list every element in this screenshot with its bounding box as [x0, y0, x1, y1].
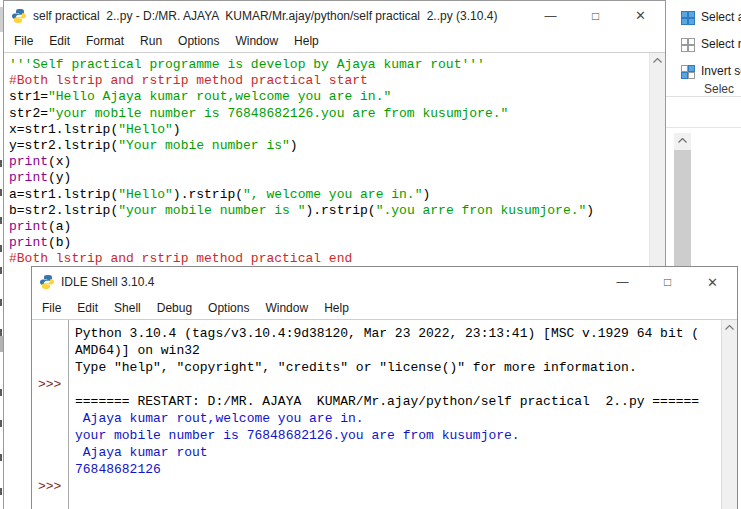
menu-item-window[interactable]: Window — [257, 301, 316, 315]
menu-item-window[interactable]: Window — [227, 34, 286, 48]
shell-prompt-empty — [38, 359, 68, 376]
code-line: '''Self practical programme is develop b… — [9, 57, 665, 73]
background-fragment — [0, 245, 2, 252]
square-glyph — [688, 72, 695, 79]
menu-item-file[interactable]: File — [34, 301, 69, 315]
menu-item-file[interactable]: File — [6, 34, 41, 48]
code-line: str2="your mobile number is 76848682126.… — [9, 106, 665, 122]
shell-output-line: your mobile number is 76848682126.you ar… — [75, 427, 737, 444]
square-glyph — [681, 38, 688, 45]
square-glyph — [681, 18, 688, 25]
shell-scrollbar[interactable] — [721, 320, 737, 509]
minimize-button[interactable]: — — [600, 267, 645, 297]
close-button[interactable]: ✕ — [618, 1, 663, 30]
menu-item-run[interactable]: Run — [132, 34, 170, 48]
code-token: #Both lstrip and rstrip method practical… — [9, 73, 368, 88]
python-icon — [11, 8, 27, 24]
shell-prompt-column: >>> >>> — [32, 320, 69, 509]
close-button[interactable]: ✕ — [690, 267, 735, 297]
code-line: print(b) — [9, 235, 665, 251]
scroll-up-icon[interactable] — [674, 133, 691, 148]
background-fragment — [0, 189, 2, 196]
code-token: ).rstrip( — [173, 187, 243, 202]
editor-menubar: FileEditFormatRunOptionsWindowHelp — [4, 30, 665, 53]
scroll-up-icon[interactable] — [722, 320, 737, 335]
background-fragment — [0, 160, 2, 167]
code-token: "Your mobie number is" — [118, 138, 290, 153]
shell-prompt-empty — [38, 393, 68, 410]
shell-prompt-empty — [38, 325, 68, 342]
shell-output-line: 76848682126 — [75, 461, 737, 478]
maximize-button[interactable]: □ — [645, 267, 690, 297]
code-token: ) — [290, 138, 298, 153]
shell-output-line: ======= RESTART: D:/MR. AJAYA KUMAR/Mr.a… — [75, 393, 737, 410]
shell-output-line: Ajaya kumar rout — [75, 444, 737, 461]
shell-output-line — [75, 478, 737, 495]
code-token: ", welcome you are in." — [243, 187, 422, 202]
shell-output-area[interactable]: Python 3.10.4 (tags/v3.10.4:9d38120, Mar… — [69, 320, 737, 509]
square-glyph — [688, 38, 695, 45]
shell-window-title: IDLE Shell 3.10.4 — [61, 275, 154, 289]
menu-item-format[interactable]: Format — [78, 34, 132, 48]
menu-item-edit[interactable]: Edit — [69, 301, 106, 315]
square-glyph — [688, 45, 695, 52]
code-token: str1= — [9, 89, 48, 104]
maximize-button[interactable]: □ — [573, 1, 618, 30]
menu-item-options[interactable]: Options — [200, 301, 257, 315]
scroll-up-icon[interactable] — [650, 53, 665, 68]
code-token: (b) — [48, 235, 71, 250]
menu-item-help[interactable]: Help — [316, 301, 357, 315]
code-token: "your mobile number is " — [118, 203, 305, 218]
shell-prompt-empty — [38, 444, 68, 461]
code-token: #Both lstrip and rstrip method practical… — [9, 251, 352, 266]
code-line: b=str2.lstrip("your mobile number is ").… — [9, 203, 665, 219]
background-fragment — [0, 217, 2, 224]
shell-window-controls: — □ ✕ — [600, 267, 735, 297]
square-glyph — [681, 65, 688, 72]
menu-item-edit[interactable]: Edit — [41, 34, 78, 48]
square-glyph — [688, 18, 695, 25]
ribbon-group-label: Selec — [704, 82, 734, 96]
menu-item-options[interactable]: Options — [170, 34, 227, 48]
ribbon-item-invert-se[interactable]: Invert se — [681, 61, 741, 81]
ribbon-item-label: Select a — [701, 10, 741, 24]
invert-selection-icon — [681, 65, 694, 78]
code-token: b=str2.lstrip( — [9, 203, 118, 218]
code-line: str1="Hello Ajaya kumar rout,welcome you… — [9, 89, 665, 105]
ribbon-item-select-n[interactable]: Select n — [681, 34, 741, 54]
square-glyph — [688, 65, 695, 72]
shell-prompt: >>> — [38, 376, 68, 393]
editor-window-controls: — □ ✕ — [528, 1, 663, 30]
background-fragment — [0, 329, 2, 336]
shell-titlebar: IDLE Shell 3.10.4 — □ ✕ — [32, 267, 737, 297]
code-token: "Hello Ajaya kumar rout,welcome you are … — [48, 89, 391, 104]
explorer-scrollbar[interactable] — [674, 133, 691, 266]
minimize-button[interactable]: — — [528, 1, 573, 30]
shell-output-line: Type "help", "copyright", "credits" or "… — [75, 359, 737, 376]
code-token: print — [9, 235, 48, 250]
editor-window-title: self practical 2..py - D:/MR. AJAYA KUMA… — [33, 9, 497, 23]
code-token: a=str1.lstrip( — [9, 187, 118, 202]
shell-prompt-empty — [38, 410, 68, 427]
code-token: print — [9, 154, 48, 169]
scrollbar-thumb[interactable] — [674, 150, 691, 266]
python-icon — [39, 274, 55, 290]
shell-prompt-empty — [38, 427, 68, 444]
code-token: "Hello" — [118, 187, 173, 202]
square-glyph — [681, 45, 688, 52]
select-none-icon — [681, 38, 694, 51]
menu-item-debug[interactable]: Debug — [149, 301, 200, 315]
ribbon-item-select-a[interactable]: Select a — [681, 7, 741, 27]
square-glyph — [681, 11, 688, 18]
code-line: x=str1.lstrip("Hello") — [9, 122, 665, 138]
shell-output-line: Ajaya kumar rout,welcome you are in. — [75, 410, 737, 427]
menu-item-shell[interactable]: Shell — [106, 301, 149, 315]
code-line: a=str1.lstrip("Hello").rstrip(", welcome… — [9, 187, 665, 203]
background-fragment — [0, 267, 2, 274]
square-glyph — [688, 11, 695, 18]
code-token: ) — [422, 187, 430, 202]
code-token: str2= — [9, 106, 48, 121]
menu-item-help[interactable]: Help — [286, 34, 327, 48]
code-token: y=str2.lstrip( — [9, 138, 118, 153]
code-area[interactable]: '''Self practical programme is develop b… — [4, 53, 665, 268]
